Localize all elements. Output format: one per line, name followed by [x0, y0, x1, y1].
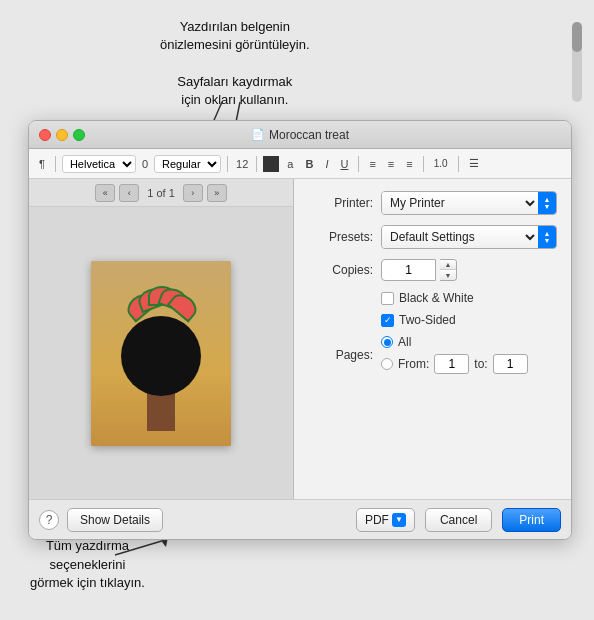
toolbar: ¶ Helvetica 0 Regular 12 a B I U ≡ ≡ ≡ 1… — [29, 149, 571, 179]
bottom-right-area: PDF ▼ Cancel Print — [304, 508, 561, 532]
copies-input[interactable] — [381, 259, 436, 281]
cancel-button[interactable]: Cancel — [425, 508, 492, 532]
copies-control: ▲ ▼ — [381, 259, 557, 281]
page-indicator: 1 of 1 — [147, 187, 175, 199]
presets-label: Presets: — [308, 230, 373, 244]
next-page-button[interactable]: › — [183, 184, 203, 202]
printer-control: My Printer ▲ ▼ — [381, 191, 557, 215]
pages-row: Pages: All From: to: — [308, 335, 557, 374]
prev-page-button[interactable]: ‹ — [119, 184, 139, 202]
toolbar-font-size-label: 12 — [236, 158, 248, 170]
page-nav-bar: « ‹ 1 of 1 › » — [29, 179, 293, 207]
printer-select-arrow[interactable]: ▲ ▼ — [538, 192, 556, 214]
black-white-label: Black & White — [399, 291, 474, 305]
first-page-button[interactable]: « — [95, 184, 115, 202]
title-text: Moroccan treat — [269, 128, 349, 142]
copies-increment-button[interactable]: ▲ — [440, 260, 456, 270]
black-white-row: Black & White — [381, 291, 557, 305]
printer-select-wrapper: My Printer ▲ ▼ — [381, 191, 557, 215]
toolbar-spacing-btn[interactable]: 1.0 — [430, 156, 452, 171]
printer-select[interactable]: My Printer — [382, 192, 538, 214]
copies-row: Copies: ▲ ▼ — [308, 259, 557, 281]
toolbar-list-btn[interactable]: ☰ — [465, 155, 483, 172]
printer-row: Printer: My Printer ▲ ▼ — [308, 191, 557, 215]
preview-page — [91, 261, 231, 446]
toolbar-bold-btn[interactable]: B — [301, 156, 317, 172]
last-page-button[interactable]: » — [207, 184, 227, 202]
to-input[interactable] — [493, 354, 528, 374]
pages-label: Pages: — [308, 348, 373, 362]
document-icon: 📄 — [251, 128, 265, 141]
two-sided-row: ✓ Two-Sided — [381, 313, 557, 327]
toolbar-separator-6 — [458, 156, 459, 172]
watermelon-slices — [116, 281, 206, 351]
copies-decrement-button[interactable]: ▼ — [440, 270, 456, 280]
all-pages-label: All — [398, 335, 411, 349]
pages-options: All From: to: — [381, 335, 528, 374]
print-dialog-window: 📄 Moroccan treat ¶ Helvetica 0 Regular 1… — [28, 120, 572, 540]
presets-select-wrapper: Default Settings ▲ ▼ — [381, 225, 557, 249]
toolbar-align-center-btn[interactable]: ≡ — [384, 156, 398, 172]
toolbar-separator-3 — [256, 156, 257, 172]
bottom-left-area: ? Show Details — [39, 508, 304, 532]
pdf-label: PDF — [365, 513, 389, 527]
copies-label: Copies: — [308, 263, 373, 277]
black-white-checkbox[interactable] — [381, 292, 394, 305]
bottom-bar: ? Show Details PDF ▼ Cancel Print — [29, 499, 571, 539]
pdf-dropdown-arrow[interactable]: ▼ — [392, 513, 406, 527]
all-pages-radio[interactable] — [381, 336, 393, 348]
close-button[interactable] — [39, 129, 51, 141]
two-sided-option: ✓ Two-Sided — [381, 313, 456, 327]
two-sided-checkbox[interactable]: ✓ — [381, 314, 394, 327]
presets-row: Presets: Default Settings ▲ ▼ — [308, 225, 557, 249]
arrow-down-icon: ▼ — [544, 203, 551, 210]
print-options-panel: Printer: My Printer ▲ ▼ Presets: — [294, 179, 571, 499]
presets-select-arrow[interactable]: ▲ ▼ — [538, 226, 556, 248]
all-pages-option: All — [381, 335, 528, 349]
annotation-bottom: Tüm yazdırma seçeneklerini görmek için t… — [30, 537, 145, 592]
scrollbar-thumb[interactable] — [572, 22, 582, 52]
font-select[interactable]: Helvetica — [62, 155, 136, 173]
fullscreen-button[interactable] — [73, 129, 85, 141]
pages-control: All From: to: — [381, 335, 557, 374]
pdf-button[interactable]: PDF ▼ — [356, 508, 415, 532]
toolbar-align-left-btn[interactable]: ≡ — [365, 156, 379, 172]
traffic-lights — [39, 129, 85, 141]
from-label: From: — [398, 357, 429, 371]
presets-select[interactable]: Default Settings — [382, 226, 538, 248]
content-area: « ‹ 1 of 1 › » — [29, 179, 571, 499]
help-button[interactable]: ? — [39, 510, 59, 530]
preview-panel: « ‹ 1 of 1 › » — [29, 179, 294, 499]
presets-arrow-down-icon: ▼ — [544, 237, 551, 244]
toolbar-text-icon[interactable]: a — [283, 156, 297, 172]
range-pages-radio[interactable] — [381, 358, 393, 370]
show-details-button[interactable]: Show Details — [67, 508, 163, 532]
from-input[interactable] — [434, 354, 469, 374]
toolbar-separator-1 — [55, 156, 56, 172]
preview-area — [79, 207, 243, 499]
toolbar-font-size-0: 0 — [142, 158, 148, 170]
printer-label: Printer: — [308, 196, 373, 210]
toolbar-align-right-btn[interactable]: ≡ — [402, 156, 416, 172]
toolbar-color-btn[interactable] — [263, 156, 279, 172]
print-button[interactable]: Print — [502, 508, 561, 532]
two-sided-label: Two-Sided — [399, 313, 456, 327]
toolbar-italic-btn[interactable]: I — [321, 156, 332, 172]
toolbar-separator-5 — [423, 156, 424, 172]
weight-select[interactable]: Regular — [154, 155, 221, 173]
toolbar-separator-4 — [358, 156, 359, 172]
toolbar-underline-btn[interactable]: U — [336, 156, 352, 172]
arrow-up-icon: ▲ — [544, 196, 551, 203]
scrollbar[interactable] — [572, 22, 582, 102]
presets-control: Default Settings ▲ ▼ — [381, 225, 557, 249]
toolbar-separator-2 — [227, 156, 228, 172]
preview-image — [91, 261, 231, 446]
toolbar-paragraph-icon[interactable]: ¶ — [35, 156, 49, 172]
range-pages-option: From: to: — [381, 354, 528, 374]
copies-stepper: ▲ ▼ — [440, 259, 457, 281]
presets-arrow-up-icon: ▲ — [544, 230, 551, 237]
to-label: to: — [474, 357, 487, 371]
titlebar: 📄 Moroccan treat — [29, 121, 571, 149]
minimize-button[interactable] — [56, 129, 68, 141]
annotation-top: Yazdırılan belgenin önizlemesini görüntü… — [160, 18, 310, 109]
